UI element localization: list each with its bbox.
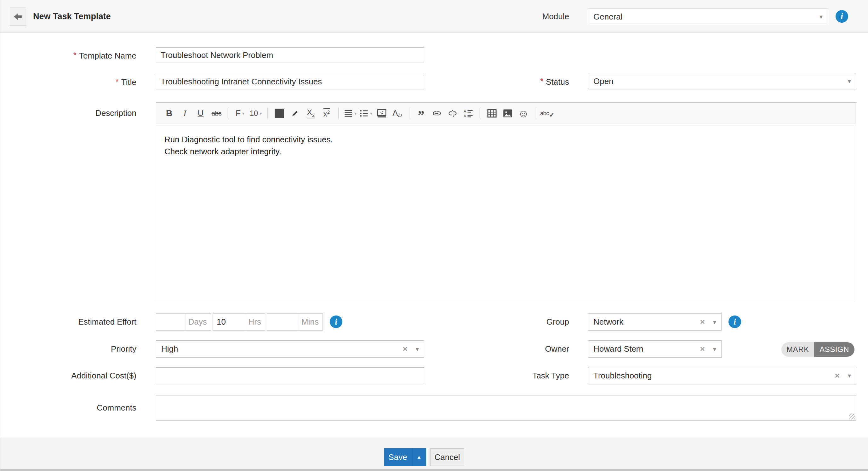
clear-icon[interactable]: × bbox=[403, 344, 407, 354]
header-bar: New Task Template Module General ▾ i bbox=[0, 0, 868, 33]
required-asterisk: * bbox=[73, 51, 76, 60]
table-icon[interactable] bbox=[485, 106, 499, 121]
status-select-value: Open bbox=[593, 76, 848, 86]
priority-select-value: High bbox=[161, 344, 403, 354]
comments-label: Comments bbox=[0, 395, 136, 420]
owner-select[interactable]: Howard Stern × ▾ bbox=[588, 340, 721, 358]
effort-info-icon[interactable]: i bbox=[330, 315, 342, 328]
clear-icon[interactable]: × bbox=[700, 317, 705, 327]
spellcheck-icon[interactable]: abc ✓ bbox=[540, 106, 554, 121]
back-button[interactable] bbox=[10, 7, 26, 26]
priority-select[interactable]: High × ▾ bbox=[156, 340, 424, 358]
status-label: *Status bbox=[492, 73, 569, 89]
back-arrow-icon bbox=[14, 13, 22, 21]
group-info-icon[interactable]: i bbox=[728, 315, 741, 328]
owner-select-value: Howard Stern bbox=[593, 344, 700, 354]
module-select-value: General bbox=[593, 12, 819, 22]
highlight-icon[interactable] bbox=[288, 106, 302, 121]
chevron-up-icon: ▲ bbox=[417, 454, 422, 460]
template-name-input[interactable] bbox=[156, 47, 424, 63]
mark-toggle-button[interactable]: MARK bbox=[781, 342, 814, 357]
effort-minutes-input[interactable]: Mins bbox=[267, 313, 323, 331]
superscript-icon[interactable]: x2 bbox=[320, 106, 334, 121]
footer-bar: Save ▲ Cancel bbox=[0, 438, 868, 469]
remove-format-icon[interactable]: A bbox=[391, 106, 404, 121]
module-select[interactable]: General ▾ bbox=[588, 8, 828, 25]
toolbar-separator bbox=[228, 107, 228, 119]
owner-label: Owner bbox=[492, 340, 569, 358]
unlink-icon[interactable] bbox=[446, 106, 460, 121]
task-type-select[interactable]: Troubleshooting × ▾ bbox=[588, 367, 856, 384]
estimated-effort-label: Estimated Effort bbox=[0, 313, 136, 331]
svg-text:A: A bbox=[464, 109, 466, 113]
effort-hours-unit: Hrs bbox=[248, 317, 265, 327]
font-family-icon[interactable]: F ▾ bbox=[233, 106, 247, 121]
save-button[interactable]: Save bbox=[384, 448, 412, 466]
description-label: Description bbox=[0, 102, 136, 124]
task-type-label: Task Type bbox=[492, 367, 569, 384]
mark-assign-toggle: MARK ASSIGN bbox=[781, 342, 855, 357]
effort-days-input[interactable]: Days bbox=[156, 313, 211, 331]
editor-toolbar: B I U abc F ▾ 10 ▾ X2 x2 bbox=[156, 103, 856, 124]
clear-icon[interactable]: × bbox=[700, 344, 705, 354]
chevron-down-icon[interactable]: ▾ bbox=[848, 78, 851, 84]
template-name-label: *Template Name bbox=[0, 47, 136, 63]
image-icon[interactable] bbox=[501, 106, 515, 121]
group-select[interactable]: Network × ▾ bbox=[588, 313, 721, 331]
strikethrough-icon[interactable]: abc bbox=[210, 106, 223, 121]
bottom-border-strip bbox=[0, 469, 868, 471]
comments-textarea[interactable] bbox=[156, 395, 856, 420]
chevron-down-icon[interactable]: ▾ bbox=[713, 346, 716, 352]
underline-icon[interactable]: U bbox=[194, 106, 208, 121]
definition-list-icon[interactable]: AA bbox=[461, 106, 475, 121]
italic-icon[interactable]: I bbox=[178, 106, 192, 121]
description-line: Check network adapter integrity. bbox=[164, 146, 848, 157]
effort-hours-value: 10 bbox=[213, 317, 246, 327]
save-options-button[interactable]: ▲ bbox=[412, 448, 426, 466]
chevron-down-icon[interactable]: ▾ bbox=[848, 373, 851, 379]
clear-icon[interactable]: × bbox=[835, 371, 840, 381]
title-input[interactable] bbox=[156, 74, 424, 89]
cancel-button[interactable]: Cancel bbox=[430, 448, 464, 466]
bullet-list-icon[interactable]: ▾ bbox=[359, 106, 373, 121]
toolbar-separator bbox=[409, 107, 409, 119]
description-line: Run Diagnostic tool to find connectivity… bbox=[164, 133, 848, 146]
status-select[interactable]: Open ▾ bbox=[588, 73, 856, 89]
effort-hours-input[interactable]: 10 Hrs bbox=[213, 313, 265, 331]
additional-cost-input[interactable] bbox=[156, 368, 424, 384]
chevron-down-icon[interactable]: ▾ bbox=[416, 346, 419, 352]
assign-toggle-button[interactable]: ASSIGN bbox=[814, 342, 855, 357]
module-info-icon[interactable]: i bbox=[836, 10, 848, 23]
font-color-icon[interactable] bbox=[273, 106, 286, 121]
group-select-value: Network bbox=[593, 317, 700, 327]
bold-icon[interactable]: B bbox=[162, 106, 176, 121]
toolbar-separator bbox=[338, 107, 339, 119]
link-icon[interactable] bbox=[430, 106, 444, 121]
required-asterisk: * bbox=[116, 77, 119, 86]
subscript-icon[interactable]: X2 bbox=[304, 106, 318, 121]
blockquote-icon[interactable]: ” bbox=[414, 106, 428, 121]
required-asterisk: * bbox=[540, 76, 543, 86]
effort-minutes-unit: Mins bbox=[301, 317, 322, 327]
svg-text:A: A bbox=[464, 114, 466, 118]
task-type-select-value: Troubleshooting bbox=[593, 371, 835, 381]
chevron-down-icon: ▾ bbox=[354, 111, 356, 116]
page-title: New Task Template bbox=[33, 0, 111, 33]
emoji-icon[interactable]: ☺ bbox=[517, 106, 530, 121]
description-editor[interactable]: B I U abc F ▾ 10 ▾ X2 x2 bbox=[156, 102, 856, 300]
module-label: Module bbox=[510, 0, 569, 33]
new-task-template-page: New Task Template Module General ▾ i *Te… bbox=[0, 0, 868, 471]
font-size-icon[interactable]: 10 ▾ bbox=[249, 106, 263, 121]
resize-grip[interactable] bbox=[849, 414, 855, 419]
align-icon[interactable]: ▾ bbox=[343, 106, 357, 121]
save-split-button: Save ▲ bbox=[384, 448, 426, 466]
indent-icon[interactable] bbox=[375, 106, 389, 121]
title-label: *Title bbox=[0, 74, 136, 89]
chevron-down-icon: ▾ bbox=[242, 111, 244, 116]
chevron-down-icon: ▾ bbox=[370, 111, 372, 116]
chevron-down-icon[interactable]: ▾ bbox=[819, 13, 823, 20]
additional-cost-label: Additional Cost($) bbox=[0, 368, 136, 384]
description-content[interactable]: Run Diagnostic tool to find connectivity… bbox=[156, 124, 856, 167]
effort-days-unit: Days bbox=[188, 317, 211, 327]
chevron-down-icon[interactable]: ▾ bbox=[713, 319, 716, 325]
